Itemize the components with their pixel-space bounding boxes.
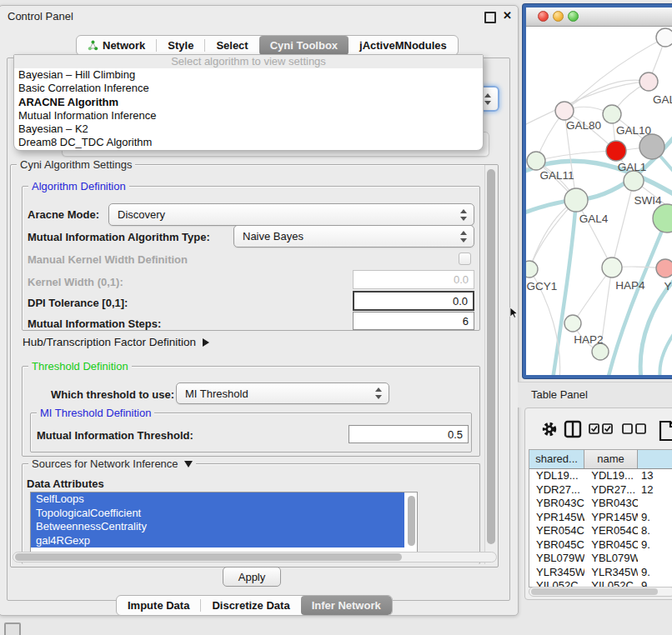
algorithm-option-bayesian-hill-climbing[interactable]: Bayesian – Hill Climbing bbox=[14, 68, 483, 82]
table-row[interactable]: YDL19...YDL19...13 bbox=[529, 469, 672, 483]
tab-cyni-toolbox[interactable]: Cyni Toolbox bbox=[259, 36, 349, 55]
which-threshold-combo[interactable]: MI Threshold bbox=[176, 382, 389, 404]
table-cell: 8. bbox=[638, 524, 672, 538]
mi-steps-field[interactable]: 6 bbox=[353, 312, 474, 330]
node-table: shared...name YDL19...YDL19...13YDR27...… bbox=[529, 449, 672, 588]
network-node-hap2[interactable] bbox=[564, 315, 581, 332]
hub-definition-expander[interactable]: Hub/Transcription Factor Definition bbox=[23, 336, 209, 348]
scrollbar-thumb[interactable] bbox=[487, 169, 495, 544]
tab-network[interactable]: Network bbox=[77, 36, 156, 55]
kernel-width-field[interactable]: 0.0 bbox=[353, 270, 474, 289]
network-node-gal-pink[interactable] bbox=[639, 72, 658, 91]
aracne-mode-value: Discovery bbox=[118, 208, 165, 221]
export-table-icon[interactable] bbox=[659, 420, 672, 445]
table-cell: YER054C bbox=[529, 524, 584, 538]
algorithm-option-aracne-algorithm[interactable]: ARACNE Algorithm bbox=[14, 96, 483, 109]
sources-title[interactable]: Sources for Network Inference bbox=[28, 458, 196, 470]
table-row[interactable]: YBR045CYBR045C9. bbox=[529, 538, 672, 552]
dock-panel-icon[interactable] bbox=[4, 622, 21, 635]
algorithm-definition-title: Algorithm Definition bbox=[28, 180, 129, 192]
column-header-shared[interactable]: shared... bbox=[529, 450, 584, 468]
scrollbar-thumb[interactable] bbox=[531, 588, 658, 595]
list-scrollbar-thumb[interactable] bbox=[408, 496, 415, 546]
close-icon[interactable]: ✕ bbox=[503, 9, 512, 22]
table-row[interactable]: YBR043CYBR043C bbox=[529, 497, 672, 511]
network-node-hap4[interactable] bbox=[602, 258, 622, 278]
settings-gear-icon[interactable] bbox=[540, 420, 559, 442]
attribute-item-betweennesscentrality[interactable]: BetweennessCentrality bbox=[31, 520, 404, 534]
deselect-all-checkboxes-icon[interactable] bbox=[622, 420, 647, 442]
minimize-traffic-light-icon[interactable] bbox=[553, 11, 564, 22]
tab-select[interactable]: Select bbox=[205, 36, 258, 55]
network-edge[interactable] bbox=[659, 319, 672, 378]
network-canvas[interactable]: GALGAL80GAL10GAL1GAL11SWI4GAL4GCY1HAP4YH… bbox=[526, 26, 672, 378]
network-node-gal11[interactable] bbox=[527, 152, 545, 170]
table-row[interactable]: YPR145WYPR145W9. bbox=[529, 511, 672, 525]
control-panel-tabbar: NetworkStyleSelectCyni ToolboxjActiveMNo… bbox=[76, 35, 459, 56]
column-header-2[interactable] bbox=[638, 450, 672, 468]
column-header-name[interactable]: name bbox=[584, 450, 638, 468]
dpi-tolerance-label: DPI Tolerance [0,1]: bbox=[28, 297, 128, 309]
close-traffic-light-icon[interactable] bbox=[538, 11, 549, 22]
dpi-tolerance-field[interactable]: 0.0 bbox=[353, 291, 474, 311]
network-edge[interactable] bbox=[612, 181, 634, 268]
attribute-item-topologicalcoefficient[interactable]: TopologicalCoefficient bbox=[31, 507, 404, 521]
table-row[interactable]: YER054CYER054C8. bbox=[529, 524, 672, 538]
node-label-gal1: GAL1 bbox=[618, 161, 647, 173]
combo-stepper-icon bbox=[375, 388, 383, 399]
tab-impute-data[interactable]: Impute Data bbox=[117, 596, 200, 615]
network-node-left-node[interactable] bbox=[526, 261, 538, 278]
manual-kernel-width-checkbox[interactable] bbox=[459, 252, 471, 265]
which-threshold-label: Which threshold to use: bbox=[51, 388, 174, 401]
float-icon[interactable] bbox=[484, 12, 496, 23]
algorithm-option-mutual-information-inference[interactable]: Mutual Information Inference bbox=[14, 109, 483, 122]
table-horizontal-scrollbar[interactable] bbox=[529, 587, 672, 597]
network-node-gal4[interactable] bbox=[564, 188, 588, 212]
bottom-tabbar: Impute DataDiscretize DataInfer Network bbox=[116, 595, 393, 616]
table-row[interactable]: YLR345WYLR345W9. bbox=[529, 566, 672, 580]
combo-stepper-icon bbox=[460, 231, 468, 242]
settings-horizontal-scrollbar[interactable] bbox=[13, 552, 497, 562]
mi-algorithm-type-combo[interactable]: Naive Bayes bbox=[233, 225, 474, 248]
algorithm-option-bayesian-k2[interactable]: Bayesian – K2 bbox=[14, 122, 483, 136]
select-all-checkboxes-icon[interactable] bbox=[589, 420, 614, 442]
aracne-mode-combo[interactable]: Discovery bbox=[108, 203, 474, 226]
algorithm-option-basic-correlation-inference[interactable]: Basic Correlation Inference bbox=[14, 82, 483, 95]
tab-infer-network[interactable]: Infer Network bbox=[301, 596, 392, 615]
table-cell: YBR043C bbox=[584, 497, 638, 511]
settings-vertical-scrollbar[interactable] bbox=[484, 165, 497, 564]
network-node-bottom-node[interactable] bbox=[592, 343, 609, 360]
tab-jactivemnodules[interactable]: jActiveMNodules bbox=[349, 36, 458, 55]
network-view-window: GALGAL80GAL10GAL1GAL11SWI4GAL4GCY1HAP4YH… bbox=[523, 4, 672, 378]
table-row[interactable]: YBL079WYBL079W bbox=[529, 552, 672, 566]
node-label-gal10: GAL10 bbox=[616, 124, 651, 137]
column-layout-icon[interactable] bbox=[564, 420, 582, 442]
algorithm-option-dream8-dc-tdc-algorithm[interactable]: Dream8 DC_TDC Algorithm bbox=[14, 136, 483, 149]
network-edge[interactable] bbox=[608, 218, 667, 378]
network-node-green-big[interactable] bbox=[653, 204, 672, 232]
network-node-mid-node[interactable] bbox=[624, 171, 644, 191]
network-node-top-node[interactable] bbox=[656, 28, 672, 47]
network-node-gray-node[interactable] bbox=[639, 134, 664, 159]
attribute-item-gal4rgexp[interactable]: gal4RGexp bbox=[31, 534, 404, 548]
network-node-gal80[interactable] bbox=[555, 102, 574, 120]
network-window-titlebar bbox=[526, 8, 672, 27]
mi-threshold-field[interactable]: 0.5 bbox=[349, 425, 469, 443]
node-label-gal80: GAL80 bbox=[566, 119, 601, 132]
mi-threshold-definition-title: MI Threshold Definition bbox=[37, 407, 154, 419]
control-panel-window: Control Panel ✕ NetworkStyleSelectCyni T… bbox=[0, 5, 519, 616]
tab-discretize-data[interactable]: Discretize Data bbox=[201, 596, 300, 615]
network-node-gal10[interactable] bbox=[603, 105, 621, 123]
tab-style[interactable]: Style bbox=[157, 36, 204, 55]
scrollbar-thumb[interactable] bbox=[15, 553, 402, 561]
zoom-traffic-light-icon[interactable] bbox=[568, 11, 579, 22]
table-row[interactable]: YDR27...YDR27...12 bbox=[529, 483, 672, 498]
table-cell: YPR145W bbox=[584, 511, 638, 525]
screen: Control Panel ✕ NetworkStyleSelectCyni T… bbox=[0, 0, 672, 635]
network-node-gal1[interactable] bbox=[606, 141, 626, 161]
network-node-salmon-node[interactable] bbox=[656, 259, 672, 278]
data-attributes-list[interactable]: SelfLoopsTopologicalCoefficientBetweenne… bbox=[30, 492, 418, 552]
sources-title-text: Sources for Network Inference bbox=[32, 458, 178, 470]
attribute-item-selfloops[interactable]: SelfLoops bbox=[31, 492, 404, 507]
apply-button[interactable]: Apply bbox=[223, 567, 281, 587]
